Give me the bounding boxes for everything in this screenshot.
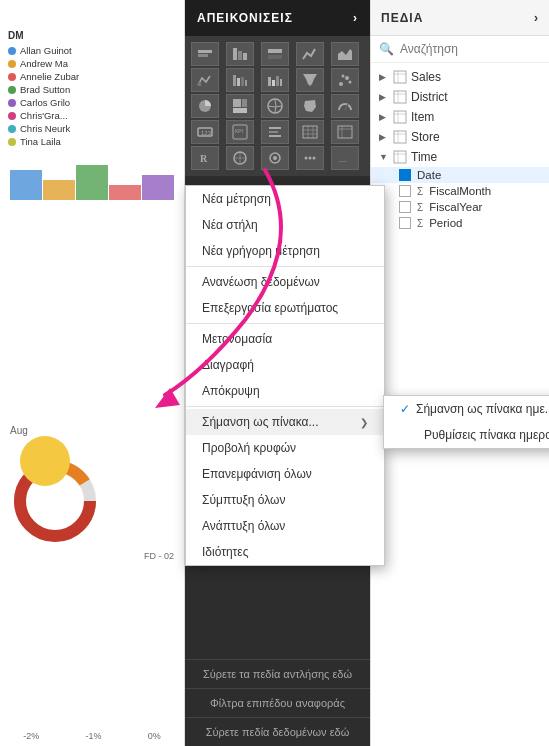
viz-more2[interactable]: ... [331,146,359,170]
svg-marker-20 [303,74,317,86]
svg-rect-70 [394,151,406,163]
ctx-hide[interactable]: Απόκρυψη [186,378,384,404]
viz-table[interactable] [296,120,324,144]
svg-rect-17 [272,80,275,86]
field-checkbox-fiscalyear[interactable] [399,201,411,213]
field-group-district[interactable]: ▶ District [371,87,549,107]
ctx-refresh[interactable]: Ανανέωση δεδομένων [186,269,384,295]
svg-rect-3 [198,50,212,53]
ctx-delete[interactable]: Διαγραφή [186,352,384,378]
viz-r-script[interactable]: R [191,146,219,170]
viz-filled-map[interactable] [296,94,324,118]
viz-pie[interactable] [191,94,219,118]
viz-slicer[interactable] [261,120,289,144]
viz-custom[interactable] [261,146,289,170]
field-group-label: Sales [411,70,441,84]
field-group-label: Time [411,150,437,164]
viz-map[interactable] [261,94,289,118]
drop-zone-filter[interactable]: Σύρετε τα πεδία αντλήσης εδώ [185,659,370,688]
viz-treemap[interactable] [226,94,254,118]
field-item-fiscalmonth[interactable]: Σ FiscalMonth [371,183,549,199]
fields-panel: ΠΕΔΙΑ › 🔍 ▶ Sales ▶ [370,0,549,746]
expand-icon: ▶ [379,92,389,102]
submenu-item-date-table-settings[interactable]: Ρυθμίσεις πίνακα ημερο... [384,422,549,448]
table-icon [393,150,407,164]
field-label-period: Period [429,217,462,229]
svg-rect-39 [303,126,317,138]
viz-matrix[interactable] [331,120,359,144]
viz-kpi[interactable]: KPI [226,120,254,144]
field-checkbox-period[interactable] [399,217,411,229]
submenu-mark-date-table: ✓ Σήμανση ως πίνακα ημε... Ρυθμίσεις πίν… [383,395,549,449]
ctx-properties[interactable]: Ιδιότητες [186,539,384,565]
viz-more[interactable] [296,146,324,170]
visualizations-header: ΑΠΕΙΚΟΝΙΣΕΙΣ › [185,0,370,36]
fields-header: ΠΕΔΙΑ › [371,0,549,36]
viz-funnel[interactable] [296,68,324,92]
ctx-expand-all[interactable]: Ανάπτυξη όλων [186,513,384,539]
ctx-show-all[interactable]: Επανεμφάνιση όλων [186,461,384,487]
legend-title: DM [8,30,79,41]
visualizations-chevron[interactable]: › [353,11,358,25]
submenu-item-mark-as-date[interactable]: ✓ Σήμανση ως πίνακα ημε... [384,396,549,422]
aug-label: Aug [10,425,28,436]
viz-gauge[interactable] [331,94,359,118]
ctx-new-column[interactable]: Νέα στήλη [186,212,384,238]
field-checkbox-fiscalmonth[interactable] [399,185,411,197]
field-group-sales[interactable]: ▶ Sales [371,67,549,87]
svg-rect-67 [394,131,406,143]
viz-card[interactable]: 123 [191,120,219,144]
ctx-show-hidden[interactable]: Προβολή κρυφών [186,435,384,461]
ctx-collapse-all[interactable]: Σύμπτυξη όλων [186,487,384,513]
svg-rect-6 [238,51,242,60]
svg-point-55 [313,157,316,160]
chart-panel: DM Allan Guinot Andrew Ma Annelie Zubar … [0,0,185,746]
fields-chevron[interactable]: › [534,11,539,25]
ctx-separator [186,266,384,267]
legend-item: Carlos Grilo [8,97,79,108]
fd-label: FD - 02 [144,551,174,561]
ctx-mark-as-date-table[interactable]: Σήμανση ως πίνακα... ❯ [186,409,384,435]
table-icon [393,130,407,144]
viz-line-clustered[interactable] [191,68,219,92]
search-input[interactable] [400,42,541,56]
viz-stacked-bar[interactable] [191,42,219,66]
svg-rect-12 [233,75,236,86]
viz-area[interactable] [331,42,359,66]
svg-rect-38 [269,135,281,137]
field-label-fiscalyear: FiscalYear [429,201,482,213]
legend-label: Brad Sutton [20,84,70,95]
viz-clustered-bar[interactable] [226,42,254,66]
field-group-store[interactable]: ▶ Store [371,127,549,147]
viz-waterfall[interactable] [261,68,289,92]
svg-rect-11 [198,82,201,86]
svg-rect-4 [198,54,208,57]
svg-rect-61 [394,91,406,103]
expand-icon: ▶ [379,72,389,82]
search-icon: 🔍 [379,42,394,56]
svg-rect-27 [242,99,247,107]
legend-item: Andrew Ma [8,58,79,69]
viz-scatter[interactable] [331,68,359,92]
viz-line[interactable] [296,42,324,66]
viz-globe[interactable] [226,146,254,170]
svg-rect-58 [394,71,406,83]
field-item-date[interactable]: Date [371,167,549,183]
ctx-new-measure[interactable]: Νέα μέτρηση [186,186,384,212]
field-group-label: District [411,90,448,104]
field-item-period[interactable]: Σ Period [371,215,549,231]
ctx-new-quick-measure[interactable]: Νέα γρήγορη μέτρηση [186,238,384,264]
expand-icon: ▶ [379,112,389,122]
search-box[interactable]: 🔍 [371,36,549,63]
viz-ribbon[interactable] [226,68,254,92]
field-group-item[interactable]: ▶ Item [371,107,549,127]
ctx-edit-query[interactable]: Επεξεργασία ερωτήματος [186,295,384,321]
field-checkbox-date[interactable] [399,169,411,181]
drop-zone-data-fields[interactable]: Σύρετε πεδία δεδομένων εδώ [185,717,370,746]
drop-zone-report-filter[interactable]: Φίλτρα επιπέδου αναφοράς [185,688,370,717]
ctx-rename[interactable]: Μετονομασία [186,326,384,352]
viz-100pct-bar[interactable] [261,42,289,66]
field-item-fiscalyear[interactable]: Σ FiscalYear [371,199,549,215]
field-label-fiscalmonth: FiscalMonth [429,185,491,197]
field-group-time[interactable]: ▼ Time Date Σ FiscalMonth [371,147,549,231]
